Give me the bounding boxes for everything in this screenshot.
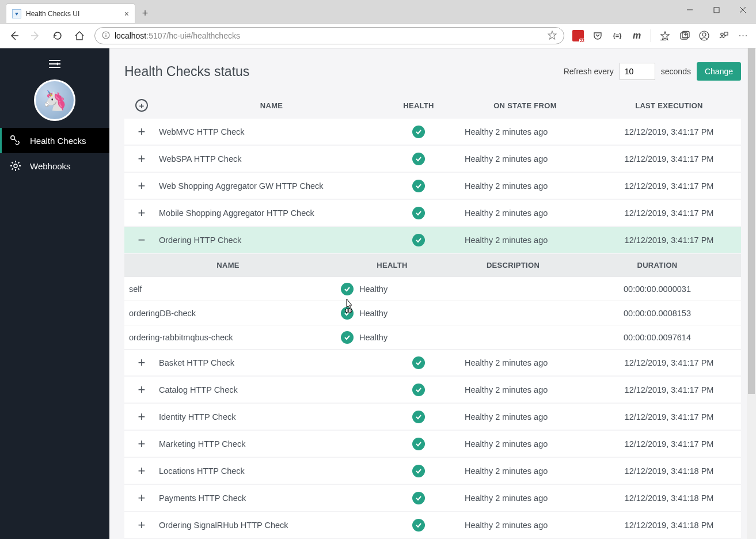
table-row[interactable]: +Identity HTTP CheckHealthy 2 minutes ag… [124,404,741,431]
last-execution: 12/12/2019, 3:41:17 PM [597,208,741,218]
window-minimize[interactable] [677,0,703,20]
table-row[interactable]: +Ordering SignalRHub HTTP CheckHealthy 2… [124,512,741,539]
sub-check-name: self [124,284,332,294]
check-name: Web Shopping Aggregator GW HTTP Check [159,181,384,191]
check-name: Basket HTTP Check [159,358,384,367]
scrollbar-thumb[interactable] [748,48,755,394]
health-indicator-icon [341,307,354,320]
svg-rect-1 [714,7,719,13]
health-indicator-icon [412,465,425,477]
sub-health-text: Healthy [359,333,388,342]
plus-icon[interactable]: + [124,491,159,506]
gear-icon [9,160,22,172]
table-row[interactable]: +Locations HTTP CheckHealthy 2 minutes a… [124,458,741,485]
stethoscope-icon [9,135,22,146]
extension-braces-icon[interactable]: {=} [611,30,623,41]
browser-tab[interactable]: ♥ Health Checks UI × [6,3,135,23]
check-name: Payments HTTP Check [159,494,384,503]
expand-all-icon[interactable]: + [135,99,148,112]
on-state-from: Healthy 2 minutes ago [453,154,597,164]
extension-m-icon[interactable]: m [631,30,643,41]
on-state-from: Healthy 2 minutes ago [453,494,597,503]
plus-icon[interactable]: + [124,382,159,397]
health-indicator-icon [341,331,354,344]
sub-duration: 00:00:00.0000031 [573,284,741,294]
browser-chrome: ♥ Health Checks UI × + localhost:5107/hc… [0,0,756,48]
last-execution: 12/12/2019, 3:41:18 PM [597,521,741,530]
sidebar: 🦄 Health ChecksWebhooks [0,48,109,539]
table-row[interactable]: +Mobile Shopping Aggregator HTTP CheckHe… [124,200,741,227]
window-close[interactable] [730,0,756,20]
new-tab-button[interactable]: + [135,3,155,23]
last-execution: 12/12/2019, 3:41:18 PM [597,494,741,503]
change-button[interactable]: Change [697,62,741,81]
svg-point-15 [702,33,706,36]
health-indicator-icon [412,180,425,192]
home-icon[interactable] [73,29,86,43]
svg-point-16 [721,33,723,35]
plus-icon[interactable]: + [124,179,159,193]
check-name: WebSPA HTTP Check [159,154,384,164]
table-row[interactable]: +Basket HTTP CheckHealthy 2 minutes ago1… [124,350,741,377]
nav-back-icon[interactable] [7,29,21,43]
table-row[interactable]: +WebSPA HTTP CheckHealthy 2 minutes ago1… [124,146,741,173]
plus-icon[interactable]: + [124,518,159,533]
check-name: WebMVC HTTP Check [159,127,384,136]
health-indicator-icon [412,438,425,450]
close-tab-icon[interactable]: × [124,9,129,18]
table-row[interactable]: +Marketing HTTP CheckHealthy 2 minutes a… [124,431,741,458]
table-row[interactable]: −Ordering HTTP CheckHealthy 2 minutes ag… [124,227,741,254]
on-state-from: Healthy 2 minutes ago [453,439,597,449]
url-bar[interactable]: localhost:5107/hc-ui#/healthchecks [94,27,564,44]
feedback-icon[interactable] [718,30,730,41]
sub-duration: 00:00:00.0097614 [573,333,741,342]
on-state-from: Healthy 2 minutes ago [453,127,597,136]
profile-icon[interactable] [698,30,710,41]
minus-icon[interactable]: − [124,233,159,248]
table-row[interactable]: +Web Shopping Aggregator GW HTTP CheckHe… [124,173,741,200]
collapse-sidebar-icon[interactable] [48,59,62,71]
on-state-from: Healthy 2 minutes ago [453,358,597,367]
refresh-interval-input[interactable] [620,63,655,80]
plus-icon[interactable]: + [124,355,159,370]
collections-icon[interactable] [679,30,690,41]
more-icon[interactable]: ··· [738,30,749,41]
check-name: Ordering HTTP Check [159,236,384,245]
last-execution: 12/12/2019, 3:41:17 PM [597,154,741,164]
health-indicator-icon [412,411,425,423]
plus-icon[interactable]: + [124,151,159,166]
svg-point-7 [105,33,107,34]
page-title: Health Checks status [124,64,564,79]
health-indicator-icon [341,283,354,295]
health-indicator-icon [412,207,425,219]
sub-check-name: ordering-rabbitmqbus-check [124,333,332,342]
on-state-from: Healthy 2 minutes ago [453,466,597,476]
svg-rect-10 [681,33,687,39]
on-state-from: Healthy 2 minutes ago [453,412,597,422]
sidebar-item-health-checks[interactable]: Health Checks [0,128,109,153]
column-name: NAME [159,101,384,110]
extension-pocket-icon[interactable] [592,30,603,41]
plus-icon[interactable]: + [124,124,159,139]
table-row[interactable]: +WebMVC HTTP CheckHealthy 2 minutes ago1… [124,119,741,146]
sub-health-text: Healthy [359,284,388,294]
plus-icon[interactable]: + [124,206,159,221]
favorite-star-icon[interactable] [548,31,557,41]
plus-icon[interactable]: + [124,409,159,424]
extension-calendar-icon[interactable] [572,30,584,41]
plus-icon[interactable]: + [124,436,159,451]
sub-table-row: ordering-rabbitmqbus-checkHealthy00:00:0… [124,325,741,350]
table-row[interactable]: +Payments HTTP CheckHealthy 2 minutes ag… [124,485,741,512]
refresh-icon[interactable] [51,29,64,43]
health-indicator-icon [412,519,425,532]
table-row[interactable]: +Catalog HTTP CheckHealthy 2 minutes ago… [124,377,741,404]
sidebar-item-webhooks[interactable]: Webhooks [0,153,109,179]
info-icon [102,31,110,41]
plus-icon[interactable]: + [124,464,159,479]
last-execution: 12/12/2019, 3:41:17 PM [597,358,741,367]
refresh-unit: seconds [661,67,691,76]
favorites-icon[interactable] [659,30,671,41]
on-state-from: Healthy 2 minutes ago [453,208,597,218]
window-maximize[interactable] [703,0,730,20]
scrollbar-track[interactable] [747,48,756,539]
